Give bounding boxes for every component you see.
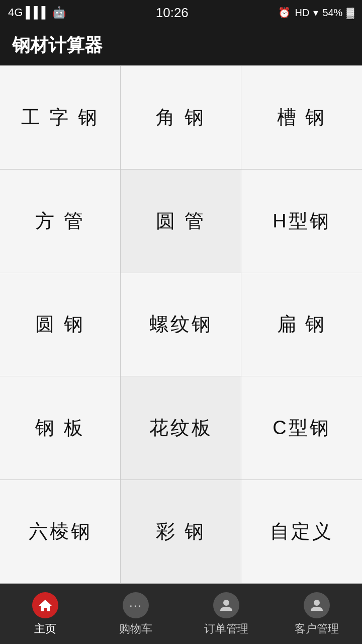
grid-item-gongzigang[interactable]: 工 字 钢 (0, 66, 121, 170)
svg-point-2 (314, 600, 320, 606)
grid-item-yuangang[interactable]: 圆 钢 (0, 273, 121, 377)
grid-item-luowengang[interactable]: 螺纹钢 (121, 273, 241, 377)
nav-item-cart[interactable]: ···购物车 (111, 592, 161, 636)
material-grid: 工 字 钢角 钢槽 钢方 管圆 管H型钢圆 钢螺纹钢扁 钢钢 板花纹板C型钢六棱… (0, 65, 362, 584)
battery-icon: ▓ (346, 7, 354, 19)
grid-item-gangban[interactable]: 钢 板 (0, 376, 121, 480)
grid-item-yuanguan[interactable]: 圆 管 (121, 170, 241, 273)
grid-item-biangang[interactable]: 扁 钢 (241, 273, 362, 377)
grid-item-fangguan[interactable]: 方 管 (0, 170, 121, 273)
battery-text: 54% (322, 7, 342, 19)
signal-text: 4G (8, 6, 23, 19)
nav-item-customer[interactable]: 客户管理 (292, 592, 342, 636)
alarm-icon: ⏰ (278, 7, 291, 19)
cart-label: 购物车 (119, 621, 152, 636)
customer-label: 客户管理 (295, 621, 339, 636)
wifi-icon: ▾ (313, 7, 318, 19)
nav-item-home[interactable]: 主页 (20, 592, 70, 636)
home-label: 主页 (34, 621, 56, 636)
grid-item-liulengang[interactable]: 六棱钢 (0, 480, 121, 584)
nav-item-order[interactable]: 订单管理 (201, 592, 251, 636)
bottom-nav: 主页···购物车 订单管理 客户管理 (0, 584, 362, 644)
home-icon (32, 592, 58, 618)
status-right: ⏰ HD ▾ 54% ▓ (278, 7, 354, 19)
status-bar: 4G ▌▌▌ 🤖 10:26 ⏰ HD ▾ 54% ▓ (0, 0, 362, 25)
grid-item-cxinggang[interactable]: C型钢 (241, 376, 362, 480)
android-icon: 🤖 (52, 6, 66, 19)
customer-icon (304, 592, 330, 618)
grid-item-huawenban[interactable]: 花纹板 (121, 376, 241, 480)
grid-item-zidingyi[interactable]: 自定义 (241, 480, 362, 584)
app-header: 钢材计算器 (0, 25, 362, 65)
grid-item-jiaogang[interactable]: 角 钢 (121, 66, 241, 170)
grid-item-hxinggang[interactable]: H型钢 (241, 170, 362, 273)
grid-item-caigang[interactable]: 彩 钢 (121, 480, 241, 584)
order-label: 订单管理 (204, 621, 248, 636)
cart-icon: ··· (123, 592, 149, 618)
app-title: 钢材计算器 (12, 33, 103, 58)
order-icon (213, 592, 239, 618)
signal-bars: ▌▌▌ (26, 6, 49, 19)
status-left: 4G ▌▌▌ 🤖 (8, 6, 66, 19)
svg-marker-0 (39, 600, 52, 611)
svg-point-1 (223, 600, 229, 606)
grid-item-caogang[interactable]: 槽 钢 (241, 66, 362, 170)
status-time: 10:26 (156, 5, 189, 21)
hd-label: HD (295, 7, 309, 19)
